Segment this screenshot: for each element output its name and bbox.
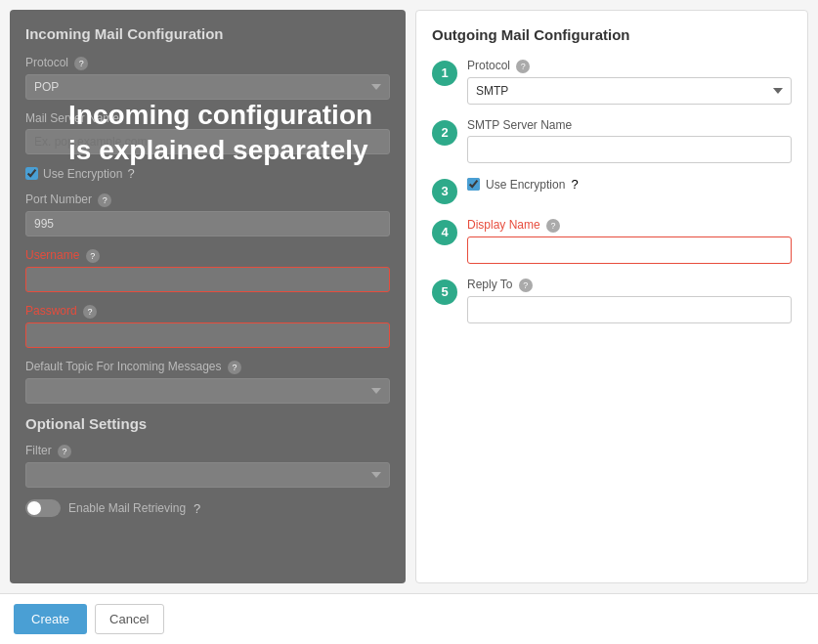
incoming-title: Incoming Mail Configuration [25,25,390,42]
port-label: Port Number ? [25,193,390,207]
step2-content: SMTP Server Name [467,118,792,163]
enable-mail-row: Enable Mail Retrieving ? [25,499,390,517]
username-label: Username ? [25,248,390,263]
port-input[interactable] [25,211,390,236]
username-help-icon[interactable]: ? [86,249,100,263]
reply-to-input[interactable] [467,296,792,323]
enable-mail-label: Enable Mail Retrieving [68,501,186,515]
port-help-icon[interactable]: ? [98,193,111,207]
create-button[interactable]: Create [14,604,87,634]
filter-label: Filter ? [25,444,390,458]
step3-content: Use Encryption ? [467,177,792,192]
step4-content: Display Name ? [467,218,792,264]
step5-help-icon[interactable]: ? [519,279,533,292]
password-group: Password ? [25,304,390,348]
password-label: Password ? [25,304,390,319]
smtp-server-input[interactable] [467,136,792,163]
filter-select[interactable] [25,462,390,488]
step1-help-icon[interactable]: ? [516,60,530,73]
enable-mail-toggle[interactable] [25,499,61,517]
step1-content: Protocol ? SMTP [467,59,792,105]
protocol-select[interactable]: POP [25,74,390,100]
step4-help-icon[interactable]: ? [546,219,560,233]
step1-badge: 1 [432,61,457,86]
use-encryption-checkbox[interactable] [25,167,38,180]
protocol-help-icon[interactable]: ? [74,57,88,70]
step5-row: 5 Reply To ? [432,278,792,323]
step2-label: SMTP Server Name [467,118,792,132]
enable-mail-help-icon[interactable]: ? [194,501,200,516]
step3-badge: 3 [432,179,457,204]
display-name-input[interactable] [467,236,792,264]
step2-badge: 2 [432,120,457,146]
footer: Create Cancel [0,593,818,644]
protocol-group: Protocol ? POP [25,56,390,100]
step3-help-icon[interactable]: ? [571,177,578,192]
outgoing-title: Outgoing Mail Configuration [432,26,792,43]
cancel-button[interactable]: Cancel [95,604,163,634]
step4-badge: 4 [432,220,457,245]
protocol-label: Protocol ? [25,56,390,70]
default-topic-group: Default Topic For Incoming Messages ? [25,360,390,404]
step5-content: Reply To ? [467,278,792,323]
overlay-message: Incoming configuration is explained sepa… [68,98,376,169]
default-topic-help-icon[interactable]: ? [228,361,241,374]
incoming-mail-panel: Incoming Mail Configuration Incoming con… [10,10,406,583]
filter-help-icon[interactable]: ? [58,445,71,458]
password-help-icon[interactable]: ? [83,305,97,319]
step3-row: 3 Use Encryption ? [432,177,792,204]
filter-group: Filter ? [25,444,390,488]
outgoing-encryption-checkbox[interactable] [467,178,480,191]
username-group: Username ? [25,248,390,292]
step5-badge: 5 [432,279,457,305]
username-input[interactable] [25,267,390,292]
password-input[interactable] [25,322,390,348]
step4-row: 4 Display Name ? [432,218,792,264]
outgoing-encryption-row: Use Encryption ? [467,177,792,192]
default-topic-select[interactable] [25,378,390,404]
step1-row: 1 Protocol ? SMTP [432,59,792,105]
port-group: Port Number ? [25,193,390,236]
step5-label: Reply To ? [467,278,792,292]
outgoing-mail-panel: Outgoing Mail Configuration 1 Protocol ?… [415,10,808,583]
outgoing-protocol-select[interactable]: SMTP [467,77,792,105]
step2-row: 2 SMTP Server Name [432,118,792,163]
optional-title: Optional Settings [25,415,390,432]
step1-label: Protocol ? [467,59,792,73]
default-topic-label: Default Topic For Incoming Messages ? [25,360,390,374]
step3-label: Use Encryption [486,178,565,192]
step4-label: Display Name ? [467,218,792,233]
